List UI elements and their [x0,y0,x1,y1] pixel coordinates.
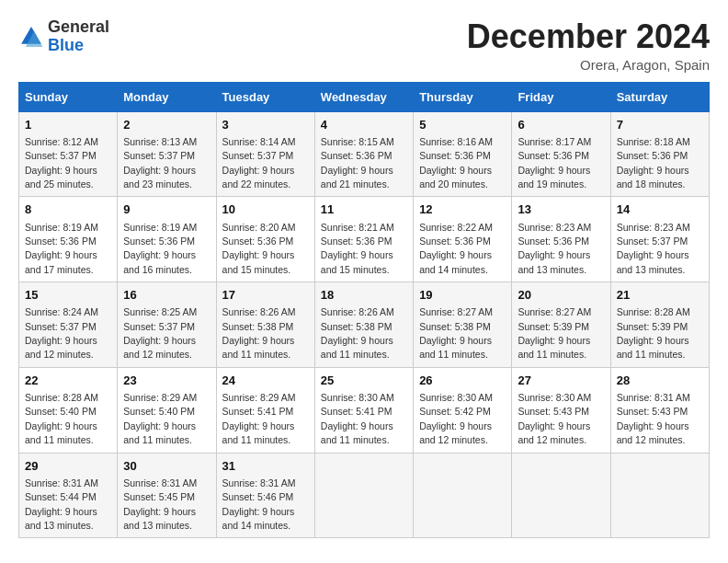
calendar-cell: 3Sunrise: 8:14 AMSunset: 5:37 PMDaylight… [216,111,314,197]
day-number: 24 [222,373,309,389]
calendar-week-2: 15Sunrise: 8:24 AMSunset: 5:37 PMDayligh… [19,282,710,368]
calendar-cell: 15Sunrise: 8:24 AMSunset: 5:37 PMDayligh… [19,282,118,368]
calendar-cell: 13Sunrise: 8:23 AMSunset: 5:36 PMDayligh… [512,197,610,282]
header-sunday: Sunday [19,82,118,111]
day-info: Sunrise: 8:26 AMSunset: 5:38 PMDaylight:… [321,306,394,360]
calendar-cell: 22Sunrise: 8:28 AMSunset: 5:40 PMDayligh… [19,367,118,453]
day-info: Sunrise: 8:15 AMSunset: 5:36 PMDaylight:… [321,136,394,190]
day-info: Sunrise: 8:16 AMSunset: 5:36 PMDaylight:… [419,136,493,190]
calendar-table: SundayMondayTuesdayWednesdayThursdayFrid… [18,82,710,539]
day-number: 6 [518,117,604,133]
calendar-cell: 23Sunrise: 8:29 AMSunset: 5:40 PMDayligh… [118,367,216,453]
day-number: 8 [25,201,111,218]
calendar-cell: 9Sunrise: 8:19 AMSunset: 5:36 PMDaylight… [118,197,216,282]
logo-icon [18,24,44,50]
day-info: Sunrise: 8:26 AMSunset: 5:38 PMDaylight:… [222,306,296,360]
day-info: Sunrise: 8:24 AMSunset: 5:37 PMDaylight:… [25,306,98,360]
calendar-cell: 21Sunrise: 8:28 AMSunset: 5:39 PMDayligh… [610,282,709,368]
day-number: 14 [617,201,703,218]
day-number: 26 [419,373,506,389]
header-monday: Monday [118,82,216,111]
day-number: 19 [419,287,506,304]
day-info: Sunrise: 8:28 AMSunset: 5:39 PMDaylight:… [617,306,690,360]
day-number: 20 [518,287,604,304]
day-info: Sunrise: 8:27 AMSunset: 5:38 PMDaylight:… [419,306,493,360]
day-info: Sunrise: 8:31 AMSunset: 5:44 PMDaylight:… [25,477,98,531]
day-info: Sunrise: 8:17 AMSunset: 5:36 PMDaylight:… [518,136,591,190]
logo-text: General Blue [48,18,109,55]
header-saturday: Saturday [610,82,709,111]
day-info: Sunrise: 8:31 AMSunset: 5:43 PMDaylight:… [617,392,690,445]
calendar-week-1: 8Sunrise: 8:19 AMSunset: 5:36 PMDaylight… [19,197,710,282]
day-info: Sunrise: 8:19 AMSunset: 5:36 PMDaylight:… [123,222,197,275]
day-info: Sunrise: 8:27 AMSunset: 5:39 PMDaylight:… [518,306,591,360]
logo-blue: Blue [48,37,109,55]
calendar-cell: 30Sunrise: 8:31 AMSunset: 5:45 PMDayligh… [118,453,216,538]
calendar-week-4: 29Sunrise: 8:31 AMSunset: 5:44 PMDayligh… [19,453,710,538]
day-info: Sunrise: 8:13 AMSunset: 5:37 PMDaylight:… [123,136,197,190]
day-info: Sunrise: 8:31 AMSunset: 5:45 PMDaylight:… [123,477,197,531]
calendar-cell: 17Sunrise: 8:26 AMSunset: 5:38 PMDayligh… [216,282,314,368]
header-row: SundayMondayTuesdayWednesdayThursdayFrid… [19,82,710,111]
calendar-cell: 14Sunrise: 8:23 AMSunset: 5:37 PMDayligh… [610,197,709,282]
day-info: Sunrise: 8:30 AMSunset: 5:43 PMDaylight:… [518,392,591,445]
calendar-cell: 16Sunrise: 8:25 AMSunset: 5:37 PMDayligh… [118,282,216,368]
day-number: 10 [222,201,309,218]
calendar-cell: 31Sunrise: 8:31 AMSunset: 5:46 PMDayligh… [216,453,314,538]
day-info: Sunrise: 8:22 AMSunset: 5:36 PMDaylight:… [419,222,493,275]
day-info: Sunrise: 8:31 AMSunset: 5:46 PMDaylight:… [222,477,296,531]
day-number: 31 [222,458,309,475]
calendar-week-3: 22Sunrise: 8:28 AMSunset: 5:40 PMDayligh… [19,367,710,453]
calendar-cell: 6Sunrise: 8:17 AMSunset: 5:36 PMDaylight… [512,111,610,197]
title-area: December 2024 Orera, Aragon, Spain [467,18,710,73]
day-number: 13 [518,201,604,218]
calendar-cell: 1Sunrise: 8:12 AMSunset: 5:37 PMDaylight… [19,111,118,197]
day-number: 27 [518,373,604,389]
day-info: Sunrise: 8:19 AMSunset: 5:36 PMDaylight:… [25,222,98,275]
day-number: 16 [123,287,210,304]
day-number: 1 [25,117,111,133]
calendar-cell: 29Sunrise: 8:31 AMSunset: 5:44 PMDayligh… [19,453,118,538]
day-number: 21 [617,287,703,304]
day-number: 22 [25,373,111,389]
day-number: 4 [321,117,407,133]
day-number: 3 [222,117,309,133]
calendar-cell: 5Sunrise: 8:16 AMSunset: 5:36 PMDaylight… [414,111,512,197]
calendar-cell: 12Sunrise: 8:22 AMSunset: 5:36 PMDayligh… [414,197,512,282]
calendar-cell: 27Sunrise: 8:30 AMSunset: 5:43 PMDayligh… [512,367,610,453]
header-tuesday: Tuesday [216,82,314,111]
day-info: Sunrise: 8:29 AMSunset: 5:41 PMDaylight:… [222,392,296,445]
day-number: 25 [321,373,407,389]
day-info: Sunrise: 8:23 AMSunset: 5:37 PMDaylight:… [617,222,690,275]
calendar-cell: 8Sunrise: 8:19 AMSunset: 5:36 PMDaylight… [19,197,118,282]
day-info: Sunrise: 8:18 AMSunset: 5:36 PMDaylight:… [617,136,690,190]
header-wednesday: Wednesday [314,82,413,111]
calendar-cell: 20Sunrise: 8:27 AMSunset: 5:39 PMDayligh… [512,282,610,368]
calendar-cell [512,453,610,538]
day-info: Sunrise: 8:12 AMSunset: 5:37 PMDaylight:… [25,136,98,190]
day-info: Sunrise: 8:30 AMSunset: 5:41 PMDaylight:… [321,392,394,445]
calendar-cell: 24Sunrise: 8:29 AMSunset: 5:41 PMDayligh… [216,367,314,453]
day-info: Sunrise: 8:29 AMSunset: 5:40 PMDaylight:… [123,392,197,445]
day-number: 17 [222,287,309,304]
day-number: 29 [25,458,111,475]
calendar-week-0: 1Sunrise: 8:12 AMSunset: 5:37 PMDaylight… [19,111,710,197]
day-number: 23 [123,373,210,389]
day-number: 5 [419,117,506,133]
calendar-cell: 26Sunrise: 8:30 AMSunset: 5:42 PMDayligh… [414,367,512,453]
day-number: 11 [321,201,407,218]
day-info: Sunrise: 8:28 AMSunset: 5:40 PMDaylight:… [25,392,98,445]
calendar-cell: 25Sunrise: 8:30 AMSunset: 5:41 PMDayligh… [314,367,413,453]
calendar-cell [314,453,413,538]
calendar-cell: 28Sunrise: 8:31 AMSunset: 5:43 PMDayligh… [610,367,709,453]
calendar-cell: 4Sunrise: 8:15 AMSunset: 5:36 PMDaylight… [314,111,413,197]
calendar-cell: 7Sunrise: 8:18 AMSunset: 5:36 PMDaylight… [610,111,709,197]
calendar-cell [610,453,709,538]
header-thursday: Thursday [414,82,512,111]
month-title: December 2024 [467,18,710,55]
location: Orera, Aragon, Spain [467,57,710,73]
day-info: Sunrise: 8:20 AMSunset: 5:36 PMDaylight:… [222,222,296,275]
day-number: 9 [123,201,210,218]
calendar-cell [414,453,512,538]
day-number: 30 [123,458,210,475]
